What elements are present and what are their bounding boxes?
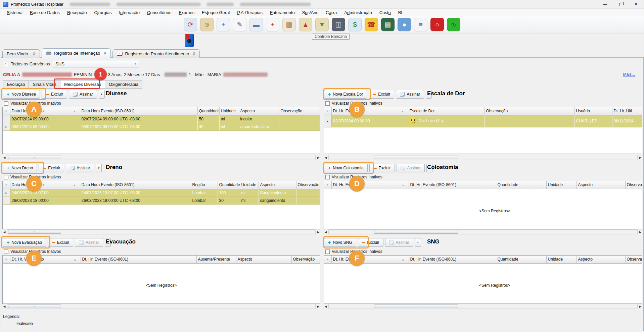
table-cell[interactable]	[296, 197, 320, 204]
table-row[interactable]: 02/07/2024 09:00:0002/07/2024 09:00:00 U…	[3, 115, 320, 123]
menu-item-administra-o[interactable]: Administração	[340, 10, 375, 15]
table-cell[interactable]: 03/07/2024 09:00:00 UTC -03:00	[80, 123, 197, 130]
horizontal-scrollbar[interactable]: ◀ ▶	[2, 155, 320, 160]
scroll-left-icon[interactable]: ◀	[324, 230, 328, 234]
phone-book-icon[interactable]: ☎	[365, 18, 378, 31]
convenio-select[interactable]: SUS ▼	[53, 60, 139, 67]
excluir-button[interactable]: Excluir	[48, 238, 73, 247]
column-header[interactable]: Observação	[296, 181, 320, 189]
table-row[interactable]: ▸03/07/2024 09:00:0003/07/2024 09:00:00 …	[3, 123, 320, 130]
table-cell[interactable]: 26/03/2023 18:00:00 UTC -03:00	[80, 197, 191, 204]
table-cell[interactable]: 30	[218, 197, 240, 204]
column-header[interactable]: Quantidade	[197, 107, 219, 115]
scroll-right-icon[interactable]: ▶	[638, 230, 642, 234]
menu-item-bi[interactable]: BI	[395, 10, 406, 15]
menu-item-p-a-terapias[interactable]: P.A./Terapias	[233, 10, 266, 15]
assinar-dropdown-button[interactable]: ▼	[96, 164, 102, 172]
tab-registros-pronto-atendimento[interactable]: + Registros de Pronto Atendimento ✗	[112, 49, 200, 58]
column-header[interactable]: Observação	[485, 107, 574, 115]
column-header[interactable]: Unidade	[240, 181, 259, 189]
assinar-dropdown-button[interactable]: ▼	[99, 90, 105, 99]
column-header[interactable]: Unidade	[546, 256, 577, 263]
column-header[interactable]: Quantidade	[496, 181, 546, 189]
assinar-button[interactable]: Assinar	[397, 164, 425, 172]
scroll-right-icon[interactable]: ▶	[316, 156, 320, 159]
menu-item-faturamento[interactable]: Faturamento	[266, 10, 298, 15]
close-button[interactable]: ×	[628, 0, 644, 9]
table-row[interactable]: ▸02/07/2024 09:00:00Dor Leve (1 aCHARLLE…	[324, 115, 642, 127]
scrollbar-thumb[interactable]	[8, 230, 61, 234]
chat-icon[interactable]: ●	[398, 18, 411, 31]
money-out-icon[interactable]: ▼	[315, 18, 329, 31]
power-icon[interactable]: ○	[430, 18, 444, 31]
money-in-icon[interactable]: ▲	[299, 18, 312, 31]
column-header[interactable]: Aspecto	[259, 181, 296, 189]
column-header[interactable]: ▲Dt. Hr. Verificação	[10, 256, 81, 263]
column-header[interactable]: Observa	[625, 181, 642, 189]
column-header[interactable]: ▲Dt. Hr. Evento	[331, 181, 409, 189]
table-cell[interactable]: 03/07/2024 09:00:00	[10, 123, 80, 130]
menu-item-recep-o[interactable]: Recepção	[63, 10, 91, 15]
table-cell[interactable]: ml	[219, 123, 239, 130]
column-header[interactable]: Usuário	[574, 107, 612, 115]
column-header[interactable]: Dt. Hr. Evento (ISO-8601)	[81, 256, 196, 263]
column-header[interactable]: ▲Data Hora Evento	[10, 107, 80, 115]
assinar-button[interactable]: Assinar	[396, 90, 424, 99]
column-header[interactable]: Observação	[291, 256, 320, 263]
table-cell[interactable]: ml	[240, 197, 259, 204]
table-cell[interactable]	[279, 123, 320, 130]
subtab-oxigenoterapia[interactable]: Oxigenoterapia	[105, 80, 142, 89]
menu-item-consult-rios[interactable]: Consultórios	[143, 10, 175, 15]
horizontal-scrollbar[interactable]: ◀ ▶	[324, 155, 642, 160]
column-header[interactable]: Aspecto	[577, 181, 625, 189]
table-cell[interactable]	[279, 115, 320, 123]
column-header[interactable]: Unidade	[546, 181, 577, 189]
menu-item-interna-o[interactable]: Internação	[115, 10, 143, 15]
table-cell[interactable]	[485, 115, 574, 127]
column-header[interactable]: Data Hora Evento (ISO-8601)	[80, 107, 197, 115]
table-cell[interactable]: 02/07/2024 09:00:00	[331, 115, 408, 127]
menu-item-exames[interactable]: Exames	[175, 10, 198, 15]
column-header[interactable]: Unidade	[219, 107, 239, 115]
table-cell[interactable]: ml	[240, 189, 259, 197]
scroll-left-icon[interactable]: ◀	[324, 156, 328, 159]
doctor-icon[interactable]: +	[217, 18, 230, 31]
column-header[interactable]: ▲Dt. Hr. Evento	[331, 107, 408, 115]
table-cell[interactable]: Lombar	[191, 189, 218, 197]
minimize-button[interactable]	[597, 0, 613, 9]
horizontal-scrollbar[interactable]: ◀ ▶	[324, 229, 642, 235]
ecg-monitor-icon[interactable]: ∿	[447, 18, 460, 31]
contacts-book-icon[interactable]: ☻	[185, 34, 194, 47]
prescription-icon[interactable]: ✎	[233, 18, 246, 31]
table-cell[interactable]: 40	[197, 123, 219, 130]
column-header[interactable]: Aspecto	[236, 256, 291, 263]
column-header[interactable]: ▲Data Hora Evento	[10, 181, 80, 189]
assinar-button[interactable]: Assinar	[385, 238, 413, 247]
assinar-button[interactable]: Assinar	[66, 164, 94, 172]
table-cell[interactable]: 08/11/2024	[612, 115, 642, 127]
hospital-bed-icon[interactable]: ▬	[249, 18, 263, 31]
menu-item-caixa[interactable]: Caixa	[322, 10, 340, 15]
column-header[interactable]: Aspecto	[239, 107, 279, 115]
refresh-users-icon[interactable]: ⟳	[184, 18, 197, 31]
scrollbar-thumb[interactable]	[8, 305, 61, 308]
scroll-left-icon[interactable]: ◀	[324, 305, 328, 308]
scrollbar-thumb[interactable]	[374, 230, 458, 234]
table-cell[interactable]: 100	[218, 189, 240, 197]
ambulance-icon[interactable]: +	[266, 18, 279, 31]
table-cell[interactable]: CHARLLES	[574, 115, 612, 127]
column-header[interactable]: Quantidade	[496, 256, 546, 263]
column-header[interactable]: Dt. Hr. Evento (ISO-8601)	[409, 256, 496, 263]
table-cell[interactable]: 24/03/2023 13:07:00	[10, 189, 80, 197]
menu-item-cirurgias[interactable]: Cirurgias	[90, 10, 115, 15]
horizontal-scrollbar[interactable]: ◀ ▶	[324, 303, 642, 309]
column-header[interactable]: Aspecto	[577, 256, 625, 263]
close-icon[interactable]: ✗	[192, 52, 195, 56]
column-header[interactable]: Dt. Hr. Últi	[612, 107, 642, 115]
column-header[interactable]: Dt. Hr. Evento (ISO-8601)	[409, 181, 496, 189]
menu-item-custo[interactable]: Custo	[376, 10, 395, 15]
todos-convenios-checkbox[interactable]	[4, 62, 8, 66]
close-icon[interactable]: ✗	[33, 52, 36, 56]
column-header[interactable]: Observa	[625, 256, 642, 263]
menu-item-sus-ans[interactable]: Sus/Ans	[298, 10, 322, 15]
